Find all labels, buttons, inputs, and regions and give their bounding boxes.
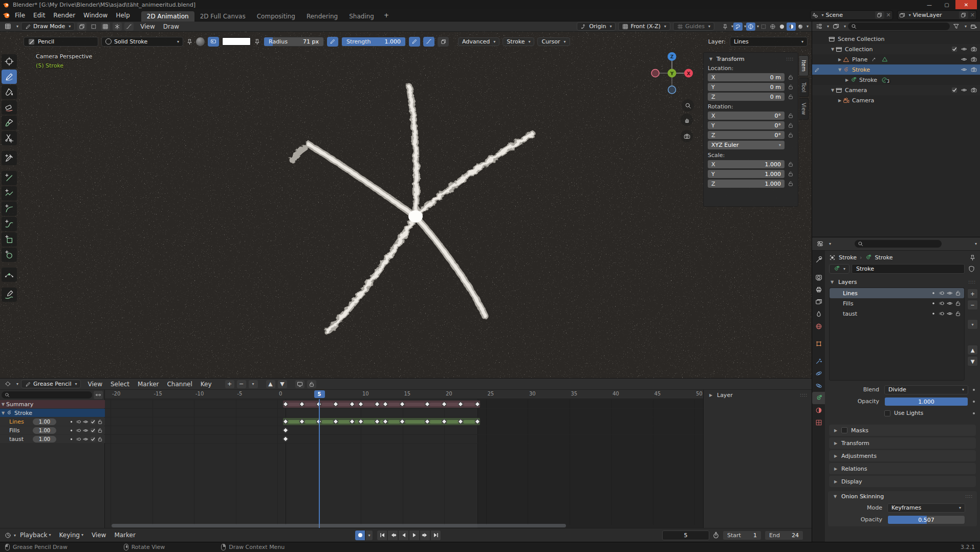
- shading-wireframe-icon[interactable]: [768, 23, 777, 31]
- expand-channels-icon[interactable]: [94, 391, 103, 399]
- properties-tab-tool[interactable]: [812, 254, 825, 266]
- move-layer-down-button[interactable]: ▼: [967, 356, 978, 366]
- gizmo-minus-x-axis[interactable]: [651, 70, 659, 77]
- scale-x-field[interactable]: X1.000: [708, 160, 785, 168]
- material-selector[interactable]: Solid Stroke ▾: [101, 37, 183, 47]
- move-layer-up-button[interactable]: ▲: [967, 345, 978, 355]
- camera-toggle-icon[interactable]: [971, 87, 977, 93]
- start-frame-field[interactable]: Start 1: [723, 531, 761, 540]
- lock-icon[interactable]: [97, 419, 103, 425]
- mode-dropdown[interactable]: Draw Mode▾: [21, 22, 75, 31]
- channel-lines[interactable]: Lines1.00: [0, 417, 105, 426]
- outliner-row-camera[interactable]: ▼Camera: [812, 85, 980, 95]
- playhead[interactable]: [319, 399, 320, 528]
- breadcrumb-object[interactable]: Stroke: [839, 254, 857, 261]
- overlays-icon[interactable]: [746, 23, 755, 31]
- dope-sheet-menu-key[interactable]: Key: [197, 379, 216, 390]
- minimize-button[interactable]: —: [921, 0, 938, 9]
- onion-mode-dropdown[interactable]: Keyframes▾: [887, 503, 965, 513]
- opacity-slider[interactable]: 1.000: [884, 397, 968, 406]
- dotted-select-icon[interactable]: [89, 23, 98, 31]
- workspace-tab-2d-full-canvas[interactable]: 2D Full Canvas: [194, 11, 251, 21]
- animate-dot-icon[interactable]: [69, 419, 74, 425]
- visibility-icon[interactable]: [83, 419, 89, 425]
- viewport-menu-view[interactable]: View: [136, 21, 159, 32]
- pin-icon[interactable]: [969, 254, 976, 261]
- animate-dot-icon[interactable]: [69, 436, 74, 442]
- tool-annotate-button[interactable]: [2, 288, 17, 302]
- camera-view-button[interactable]: [681, 130, 693, 142]
- play-reverse-button[interactable]: [399, 531, 409, 540]
- outliner-row-camera[interactable]: ▶Camera: [812, 95, 980, 105]
- outliner-row-plane[interactable]: ▶Plane: [812, 54, 980, 64]
- dope-sheet-editor-icon[interactable]: [3, 380, 12, 388]
- pan-button[interactable]: [681, 114, 693, 126]
- stroke-panel-button[interactable]: Stroke▾: [503, 37, 534, 46]
- panel-adjustments-collapsed[interactable]: ▶Adjustments: [829, 450, 976, 461]
- timeline-editor-icon[interactable]: [3, 531, 12, 539]
- copy-icon[interactable]: [77, 23, 86, 31]
- move-down-button[interactable]: ▼: [278, 380, 287, 388]
- eye-toggle-icon[interactable]: [961, 67, 967, 73]
- datablock-type-dropdown[interactable]: ▾: [829, 264, 850, 274]
- properties-tab-material[interactable]: [812, 404, 825, 416]
- keyframe-options-button[interactable]: ▾: [249, 380, 258, 388]
- keyframe[interactable]: [282, 436, 288, 441]
- active-layer-dropdown[interactable]: Lines ▾: [730, 37, 808, 47]
- onion-opacity-slider[interactable]: 0.507: [887, 515, 965, 524]
- panel-drag-handle[interactable]: ::::: [965, 494, 973, 499]
- panel-drag-handle[interactable]: ::::: [800, 393, 808, 398]
- layer-row-fills[interactable]: Fills: [830, 298, 964, 308]
- properties-tab-output[interactable]: [812, 283, 825, 296]
- tool-circle-button[interactable]: [2, 248, 17, 262]
- jump-to-start-button[interactable]: [377, 531, 387, 540]
- expand-icon[interactable]: ▼: [837, 68, 843, 72]
- blend-mode-dropdown[interactable]: Divide▾: [884, 385, 968, 394]
- lock-icon[interactable]: [97, 436, 103, 442]
- tool-line-button[interactable]: [2, 171, 17, 185]
- sidebar-tab-view[interactable]: View: [799, 98, 809, 120]
- visibility-toggle-icon[interactable]: [947, 311, 953, 317]
- rotation-y-field[interactable]: Y0°: [708, 121, 785, 129]
- radius-pressure-icon[interactable]: [327, 37, 338, 47]
- navigation-gizmo[interactable]: Z X Y: [649, 50, 695, 96]
- panel-masks-collapsed[interactable]: ▶Masks: [829, 425, 976, 436]
- falloff-icon[interactable]: [124, 23, 134, 31]
- use-lights-checkbox[interactable]: [884, 410, 890, 416]
- panel-relations-collapsed[interactable]: ▶Relations: [829, 463, 976, 474]
- channel-fills[interactable]: Fills1.00: [0, 426, 105, 434]
- scale-y-field[interactable]: Y1.000: [708, 170, 785, 178]
- xray-icon[interactable]: [759, 23, 768, 31]
- lock-icon[interactable]: [307, 380, 316, 388]
- animate-dot-icon[interactable]: [69, 428, 74, 433]
- masks-checkbox[interactable]: [841, 427, 847, 433]
- tool-erase-button[interactable]: [2, 100, 17, 115]
- expand-icon[interactable]: ▼: [830, 88, 836, 93]
- tool-tint-button[interactable]: [2, 116, 17, 130]
- workspace-tab-rendering[interactable]: Rendering: [301, 11, 343, 21]
- workspace-tab-shading[interactable]: Shading: [343, 11, 380, 21]
- blender-menu-icon[interactable]: [3, 11, 11, 19]
- eye-toggle-icon[interactable]: [961, 56, 967, 62]
- properties-tab-constraints[interactable]: [812, 380, 825, 392]
- expand-icon[interactable]: ▼: [830, 47, 836, 52]
- outliner-row-scene-collection[interactable]: Scene Collection: [812, 34, 980, 44]
- move-up-button[interactable]: ▲: [266, 380, 275, 388]
- panel-display-collapsed[interactable]: ▶Display: [829, 476, 976, 487]
- expand-icon[interactable]: ▶: [837, 98, 843, 103]
- collapse-icon[interactable]: ▼: [708, 57, 714, 61]
- layer-row-lines[interactable]: Lines: [830, 288, 964, 298]
- rotation-z-field[interactable]: Z0°: [708, 131, 785, 139]
- sidebar-tab-item[interactable]: Item: [799, 55, 809, 76]
- expand-icon[interactable]: ▶: [844, 78, 850, 82]
- properties-tab-effects[interactable]: [812, 355, 825, 367]
- current-frame-indicator[interactable]: 5: [314, 390, 325, 398]
- check-toggle-icon[interactable]: [951, 87, 957, 93]
- viewport-3d[interactable]: Pencil Solid Stroke ▾ Radius 71 px: [0, 32, 812, 378]
- visibility-icon[interactable]: [83, 428, 89, 433]
- keyframe[interactable]: [282, 427, 288, 433]
- shading-rendered-icon[interactable]: [796, 23, 805, 31]
- layer-panel-expand-icon[interactable]: ▶: [708, 393, 714, 398]
- eye-toggle-icon[interactable]: [961, 87, 967, 93]
- properties-options-icon[interactable]: ▾: [975, 241, 977, 246]
